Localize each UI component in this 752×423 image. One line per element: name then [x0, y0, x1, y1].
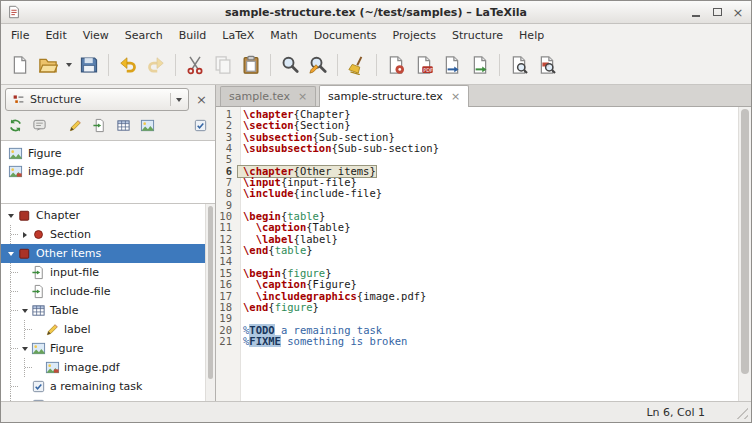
new-document-icon [10, 55, 30, 75]
svg-text:PDF: PDF [423, 67, 433, 73]
tree-item-label[interactable]: label [1, 320, 215, 339]
tree-item-other-items[interactable]: Other items [1, 244, 215, 263]
tab-close-icon[interactable]: × [298, 91, 307, 102]
close-button[interactable] [731, 5, 745, 19]
tree-item-a-remaining-task[interactable]: a remaining task [1, 377, 215, 396]
menu-bar: FileEditViewSearchBuildLaTeXMathDocument… [1, 24, 751, 46]
tree-scrollbar[interactable] [205, 204, 215, 401]
expander-icon[interactable] [4, 244, 17, 263]
redo-icon [146, 55, 166, 75]
cut-button[interactable] [182, 52, 208, 78]
tree-scrollbar-thumb[interactable] [208, 206, 213, 379]
open-recent-dropdown-button[interactable] [63, 52, 74, 78]
view-dvi-button[interactable] [506, 52, 532, 78]
code-segment: {Chapter} [294, 108, 351, 120]
menu-search[interactable]: Search [117, 26, 171, 45]
find-icon [280, 55, 300, 75]
view-pdf-button[interactable] [534, 52, 560, 78]
menu-view[interactable]: View [75, 26, 117, 45]
minimize-button[interactable] [689, 5, 703, 19]
show-figures-button[interactable] [137, 115, 158, 136]
refresh-button[interactable] [5, 115, 26, 136]
show-todos-button[interactable] [190, 115, 211, 136]
show-comments-button[interactable] [29, 115, 50, 136]
editor-scrollbar[interactable] [738, 107, 751, 401]
app-icon [7, 5, 21, 19]
code-segment: {Sub-sub-section} [332, 142, 439, 154]
open-folder-button[interactable] [35, 52, 61, 78]
list-item-figure[interactable]: Figure [1, 144, 215, 162]
menu-help[interactable]: Help [511, 26, 552, 45]
tree-item-table[interactable]: Table [1, 301, 215, 320]
tree-item-input-file[interactable]: input-file [1, 263, 215, 282]
line-number: 21 [216, 336, 238, 347]
code-text: \include{include-file} [238, 188, 382, 199]
list-item-image-pdf[interactable]: image.pdf [1, 162, 215, 180]
paste-button[interactable] [238, 52, 264, 78]
toolbar: PDF [1, 46, 751, 85]
clean-button[interactable] [344, 52, 370, 78]
dvi-to-ps-button[interactable] [467, 52, 493, 78]
menu-documents[interactable]: Documents [306, 26, 385, 45]
menu-build[interactable]: Build [171, 26, 215, 45]
code-segment: {Table} [306, 221, 350, 233]
menu-math[interactable]: Math [262, 26, 306, 45]
tab-sample-tex[interactable]: sample.tex× [220, 86, 316, 106]
expander-icon[interactable] [18, 225, 31, 244]
save-button[interactable] [76, 52, 102, 78]
find-replace-button[interactable] [305, 52, 331, 78]
show-labels-button[interactable] [65, 115, 86, 136]
tab-close-icon[interactable]: × [451, 91, 460, 102]
label-icon [45, 322, 60, 337]
main-area: Structure × Figureimage.pdf ChapterSecti… [1, 85, 751, 401]
tab-label: sample.tex [229, 90, 290, 103]
copy-button[interactable] [210, 52, 236, 78]
new-document-button[interactable] [7, 52, 33, 78]
menu-structure[interactable]: Structure [444, 26, 511, 45]
panel-selector-dropdown[interactable]: Structure [5, 88, 189, 111]
list-item-label: image.pdf [28, 165, 84, 178]
compile-pdflatex-button[interactable]: PDF [411, 52, 437, 78]
expander-icon[interactable] [18, 301, 31, 320]
find-button[interactable] [277, 52, 303, 78]
expander-icon[interactable] [18, 339, 31, 358]
view-dvi-icon [509, 55, 529, 75]
dvi-to-pdf-button[interactable] [439, 52, 465, 78]
editor-text-area[interactable]: 1\chapter{Chapter}2\section{Section}3\su… [216, 107, 751, 401]
menu-edit[interactable]: Edit [37, 26, 74, 45]
code-segment: \begin [243, 267, 281, 279]
dvi-to-ps-icon [470, 55, 490, 75]
redo-button[interactable] [143, 52, 169, 78]
code-segment: FIXME [249, 335, 281, 347]
expander-spacer [18, 282, 31, 301]
tree-item-image-pdf[interactable]: image.pdf [1, 358, 215, 377]
tree-item-chapter[interactable]: Chapter [1, 206, 215, 225]
menu-projects[interactable]: Projects [385, 26, 444, 45]
tree-item-section[interactable]: Section [1, 225, 215, 244]
code-text: \end{figure} [238, 302, 319, 313]
maximize-button[interactable] [710, 5, 724, 19]
show-tables-button[interactable] [113, 115, 134, 136]
tree-item-include-file[interactable]: include-file [1, 282, 215, 301]
expander-icon[interactable] [4, 206, 17, 225]
code-segment: \caption [256, 278, 307, 290]
code-text: \end{table} [238, 245, 313, 256]
resize-grip[interactable] [736, 407, 748, 419]
tree-guide [4, 320, 18, 339]
code-segment: } [313, 301, 319, 313]
open-folder-icon [38, 55, 58, 75]
undo-button[interactable] [115, 52, 141, 78]
include-icon [92, 118, 107, 133]
list-item-label: Figure [28, 147, 62, 160]
panel-close-button[interactable]: × [192, 90, 211, 109]
tree-item-figure[interactable]: Figure [1, 339, 215, 358]
tree-guide [4, 263, 18, 282]
menu-file[interactable]: File [3, 26, 37, 45]
tab-sample-structure-tex[interactable]: sample-structure.tex× [319, 85, 469, 107]
toolbar-separator [108, 54, 109, 76]
menu-latex[interactable]: LaTeX [214, 26, 262, 45]
compile-latex-button[interactable] [383, 52, 409, 78]
show-includes-button[interactable] [89, 115, 110, 136]
editor-scrollbar-thumb[interactable] [741, 109, 749, 374]
code-segment: a remaining task [275, 324, 382, 336]
